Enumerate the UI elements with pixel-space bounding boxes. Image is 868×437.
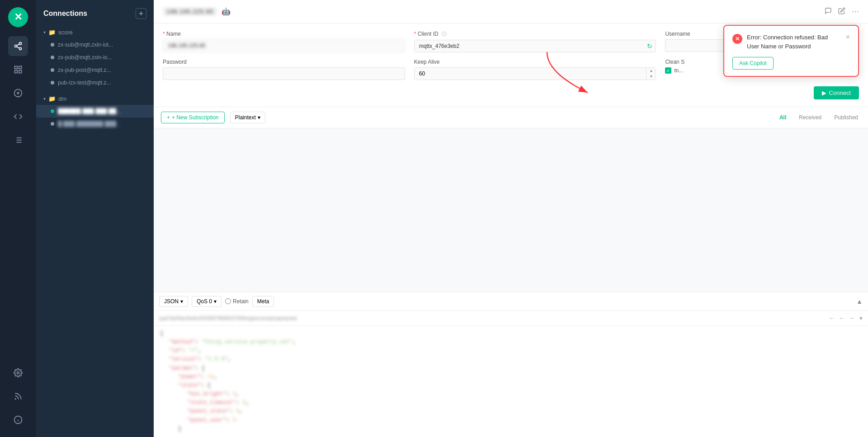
publish-retain: Retain <box>225 298 249 305</box>
add-connection-button[interactable]: + <box>136 8 146 19</box>
keep-alive-label: Keep Alive <box>414 59 656 65</box>
publish-toolbar: JSON ▾ QoS 0 ▾ Retain Meta ▲ <box>154 292 868 311</box>
nav-info[interactable] <box>8 410 28 430</box>
nav-log[interactable] <box>8 130 28 150</box>
code-line: "params": { <box>160 364 862 373</box>
chevron-down-icon: ▾ <box>180 298 183 305</box>
group-arrow-icon: ▾ <box>43 96 46 101</box>
spinners: ▲ ▼ <box>646 68 656 80</box>
publish-meta-button[interactable]: Meta <box>252 296 274 307</box>
sidebar-item-zx-sub[interactable]: zx-sub@mqtt.zxin-iot... <box>36 38 154 51</box>
connect-play-icon: ▶ <box>822 89 826 96</box>
topbar: 198.195.225.85 🤖 ⋯ <box>154 0 868 23</box>
sidebar-item-dm-2[interactable]: █.███.███████.███... <box>36 117 154 130</box>
publish-qos-select[interactable]: QoS 0 ▾ <box>192 296 222 307</box>
message-area: + + New Subscription Plaintext ▾ All Rec… <box>154 107 868 437</box>
folder-icon: 📁 <box>48 29 56 36</box>
sidebar-group-dm-header[interactable]: ▾ 📁 dm <box>36 93 154 105</box>
retain-radio[interactable] <box>225 298 231 304</box>
arrow-left-icon[interactable]: ← <box>828 314 836 323</box>
app-logo[interactable]: ✕ <box>8 7 28 27</box>
ask-copilot-button[interactable]: Ask Copilot <box>732 57 774 70</box>
keep-alive-input[interactable] <box>415 68 646 80</box>
sidebar-item-zx-pub[interactable]: zx-pub@mqtt.zxin-io... <box>36 51 154 64</box>
code-line: "version": "1.0.0", <box>160 355 862 364</box>
sidebar-item-zx-pub-post[interactable]: zx-pub-post@mqtt.z... <box>36 64 154 76</box>
client-id-input[interactable] <box>414 40 656 52</box>
qos-label: QoS 0 <box>197 298 212 305</box>
error-popup: ✕ Error: Connection refused: Bad User Na… <box>723 25 859 77</box>
filter-received-button[interactable]: Received <box>796 113 824 122</box>
refresh-icon[interactable]: ↻ <box>647 42 652 50</box>
password-label: Password <box>163 59 405 65</box>
svg-point-19 <box>15 399 16 399</box>
error-close-button[interactable]: × <box>846 33 850 41</box>
code-line: } <box>160 425 862 433</box>
format-label: Plaintext <box>235 114 256 121</box>
info-icon: ⓘ <box>442 31 447 37</box>
svg-line-4 <box>17 44 19 45</box>
message-toolbar-right: All Received Published <box>777 113 861 122</box>
edit-icon[interactable] <box>838 7 845 16</box>
connection-dot <box>51 68 54 72</box>
arrow-left2-icon[interactable]: ← <box>838 314 846 323</box>
sidebar-group-score-header[interactable]: ▾ 📁 score <box>36 26 154 38</box>
group-arrow-icon: ▾ <box>43 30 46 35</box>
svg-rect-5 <box>15 66 18 69</box>
message-toolbar: + + New Subscription Plaintext ▾ All Rec… <box>154 107 868 128</box>
svg-point-1 <box>15 45 17 47</box>
publish-nav-icons: ← ← → <box>828 314 856 323</box>
code-area[interactable]: { "method": "thing.service.property.set"… <box>154 326 868 437</box>
filter-all-button[interactable]: All <box>777 113 789 122</box>
keep-alive-field: Keep Alive ▲ ▼ <box>414 59 656 80</box>
name-label: * Name <box>163 31 405 37</box>
sidebar-item-label: pub-/zx-test@mqtt.z... <box>58 80 111 86</box>
code-line: "state_timeout": 0, <box>160 399 862 407</box>
spinner-up[interactable]: ▲ <box>646 68 656 74</box>
password-field: Password <box>163 59 405 80</box>
sidebar-item-label: zx-sub@mqtt.zxin-iot... <box>58 42 113 48</box>
topbar-right: ⋯ <box>825 7 859 16</box>
robot-icon: 🤖 <box>222 7 231 16</box>
message-toolbar-left: + + New Subscription Plaintext ▾ <box>161 112 265 123</box>
code-line: "box_bright": 0, <box>160 390 862 399</box>
client-id-input-wrap: ↻ <box>414 40 656 52</box>
nav-add[interactable] <box>8 83 28 103</box>
keep-alive-input-wrap: ▲ ▼ <box>414 67 656 80</box>
arrow-right-icon[interactable]: → <box>848 314 856 323</box>
more-icon[interactable]: ⋯ <box>852 7 859 16</box>
format-select[interactable]: Plaintext ▾ <box>230 112 265 123</box>
nav-feed[interactable] <box>8 386 28 406</box>
sidebar-item-dm-1[interactable]: ██████.███.███.██... <box>36 105 154 117</box>
connection-dot <box>51 109 54 113</box>
svg-point-18 <box>17 372 19 374</box>
connection-dot <box>51 56 54 59</box>
publish-format-select[interactable]: JSON ▾ <box>159 296 188 307</box>
clean-session-extra: tn... <box>674 67 683 74</box>
connect-button[interactable]: ▶ Connect <box>814 86 859 99</box>
nav-settings[interactable] <box>8 363 28 383</box>
spinner-down[interactable]: ▼ <box>646 74 656 80</box>
client-id-label: * Client ID ⓘ <box>414 31 656 38</box>
chat-icon[interactable] <box>825 7 832 16</box>
connection-dot <box>51 122 54 126</box>
sidebar-item-pub-zx-test[interactable]: pub-/zx-test@mqtt.z... <box>36 76 154 89</box>
nav-connections[interactable] <box>8 36 28 56</box>
filter-published-button[interactable]: Published <box>831 113 861 122</box>
topic-toggle-icon[interactable]: ▾ <box>859 315 863 322</box>
password-input[interactable] <box>163 67 405 80</box>
code-line: "power": 1b, <box>160 373 862 381</box>
nav-script[interactable] <box>8 107 28 127</box>
clean-session-checkbox[interactable]: ✓ <box>665 67 671 74</box>
group-name: dm <box>58 95 66 102</box>
sidebar-item-label: █.███.███████.███... <box>58 121 121 127</box>
nav-group[interactable] <box>8 60 28 80</box>
name-input[interactable] <box>163 39 405 52</box>
sidebar: Connections + ▾ 📁 score zx-sub@mqtt.zxin… <box>36 0 154 437</box>
icon-bar: ✕ <box>0 0 36 437</box>
name-field: * Name <box>163 31 405 52</box>
expand-icon[interactable]: ▲ <box>856 298 863 305</box>
folder-icon: 📁 <box>48 95 56 102</box>
new-subscription-button[interactable]: + + New Subscription <box>161 112 225 123</box>
retain-label: Retain <box>233 298 249 305</box>
